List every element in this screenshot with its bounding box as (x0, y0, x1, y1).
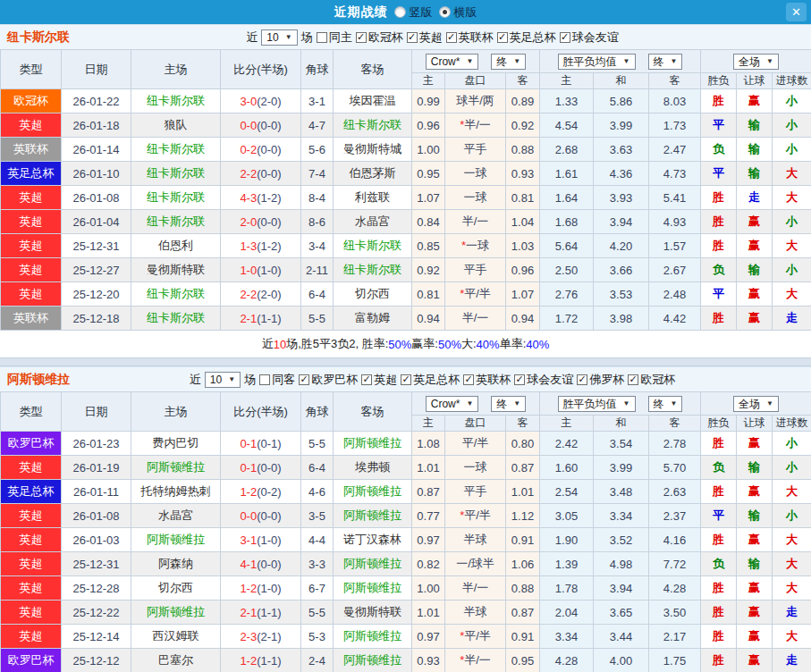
summary-segment: 40% (477, 338, 500, 351)
home-team: 纽卡斯尔联 (131, 282, 221, 307)
league-filter-option[interactable]: ✓英足总杯 (497, 29, 556, 46)
avg-select[interactable]: 胜平负均值▼ (558, 396, 636, 412)
close-button[interactable]: ✕ (786, 3, 807, 21)
handicap: *平/半 (445, 625, 506, 649)
odds-final-select[interactable]: 终▼ (491, 396, 526, 412)
league-filter-checkbox[interactable]: ✓ (577, 374, 587, 385)
same-venue-checkbox[interactable] (259, 374, 270, 385)
league-filter-option[interactable]: ✓欧冠杯 (356, 29, 403, 46)
league-filter-option[interactable]: ✓英超 (361, 372, 397, 388)
summary-segment: 10 (274, 338, 286, 351)
avg-away: 2.67 (649, 258, 701, 282)
league-filter-checkbox[interactable]: ✓ (560, 32, 570, 43)
col-odds-away: 客 (506, 416, 540, 432)
avg-draw: 4.36 (594, 162, 649, 186)
avg-home: 2.76 (540, 282, 594, 307)
col-result-outcome: 胜负 (701, 416, 737, 432)
crow-odds-select[interactable]: Crow*▼ (426, 54, 479, 70)
crow-odds-select[interactable]: Crow*▼ (426, 396, 479, 412)
handicap: 半球 (445, 601, 506, 625)
result-handicap: 输 (737, 552, 773, 576)
half-score: (0-0) (257, 167, 281, 181)
league-filter-checkbox[interactable]: ✓ (299, 374, 309, 385)
odds-final-select[interactable]: 终▼ (491, 54, 526, 70)
league-badge: 英超 (1, 113, 62, 138)
away-team: 纽卡斯尔联 (334, 113, 412, 138)
odds-away: 0.96 (506, 258, 540, 282)
league-filter-checkbox[interactable]: ✓ (407, 32, 418, 43)
result-goals: 走 (773, 601, 811, 625)
league-filter-option[interactable]: ✓英足总杯 (401, 372, 460, 388)
league-filter-option[interactable]: ✓欧罗巴杯 (299, 372, 358, 388)
check-icon: ✓ (363, 374, 371, 384)
half-score: (1-0) (257, 264, 281, 277)
odds-away: 0.93 (506, 162, 540, 186)
league-filter-checkbox[interactable]: ✓ (401, 374, 411, 385)
corner-score: 4-7 (301, 113, 334, 138)
odds-away: 0.80 (506, 432, 540, 456)
league-filter-label: 球会友谊 (527, 372, 573, 388)
corner-score: 2-4 (301, 649, 334, 672)
avg-final-select[interactable]: 终▼ (648, 396, 683, 412)
avg-away: 3.50 (649, 601, 701, 625)
league-filter-option[interactable]: ✓英联杯 (446, 29, 494, 46)
league-filter-option[interactable]: ✓欧冠杯 (628, 372, 675, 388)
handicap: 平手 (445, 480, 506, 504)
avg-home: 5.64 (540, 234, 594, 258)
league-filter-option[interactable]: ✓英联杯 (463, 372, 511, 388)
league-filter-checkbox[interactable]: ✓ (514, 374, 525, 385)
summary-line: 近10场,胜5平3负2, 胜率:50% 赢率:50% 大:40% 单率:40% (0, 331, 811, 357)
league-filter-option[interactable]: ✓佛罗杯 (577, 372, 624, 388)
corner-score: 5-3 (301, 625, 334, 649)
league-badge: 英超 (1, 576, 62, 601)
half-score: (1-1) (257, 312, 281, 325)
full-match-select[interactable]: 全场▼ (733, 54, 779, 70)
league-filter-checkbox[interactable]: ✓ (446, 32, 457, 43)
corner-score: 3-4 (301, 234, 334, 258)
vertical-layout-option[interactable]: 竖版 (394, 4, 433, 21)
radio-unchecked-icon (394, 6, 406, 18)
league-filter-checkbox[interactable]: ✓ (361, 374, 372, 385)
league-filter-checkbox[interactable]: ✓ (497, 32, 508, 43)
summary-segment: 场,胜5平3负2, 胜率: (286, 336, 388, 352)
match-date: 25-12-14 (62, 625, 131, 649)
league-badge: 欧罗巴杯 (1, 649, 62, 672)
avg-away: 2.17 (649, 625, 701, 649)
avg-home: 4.28 (540, 649, 594, 672)
league-filter-option[interactable]: ✓球会友谊 (514, 372, 573, 388)
score-cell: 1-3(1-2) (221, 234, 301, 258)
league-filter-checkbox[interactable]: ✓ (356, 32, 367, 43)
league-badge: 英超 (1, 186, 62, 210)
asterisk-mark: * (461, 239, 466, 252)
league-filter-checkbox[interactable]: ✓ (463, 374, 474, 385)
same-venue-checkbox[interactable] (317, 32, 327, 43)
result-handicap: 输 (737, 504, 773, 528)
match-row: 英超26-01-08水晶宫0-0(0-0)3-5阿斯顿维拉0.77*平/半1.1… (1, 504, 811, 528)
avg-home: 3.05 (540, 504, 594, 528)
result-handicap: 赢 (737, 282, 773, 307)
sections-container: 纽卡斯尔联近10▼场同主✓欧冠杯✓英超✓英联杯✓英足总杯✓球会友谊类型日期主场比… (0, 24, 811, 672)
handicap: 一/球半 (445, 552, 506, 576)
full-match-select-label: 全场 (739, 398, 760, 410)
match-row: 英超25-12-14西汉姆联2-3(2-1)5-3阿斯顿维拉0.97*平/半0.… (1, 625, 811, 649)
avg-away: 5.41 (649, 186, 701, 210)
recent-count-select[interactable]: 10▼ (205, 372, 241, 388)
full-match-select[interactable]: 全场▼ (733, 396, 779, 412)
avg-select[interactable]: 胜平负均值▼ (558, 54, 636, 70)
odds-home: 0.81 (412, 282, 445, 307)
same-venue-option[interactable]: 同主 (317, 29, 352, 46)
same-venue-option[interactable]: 同客 (259, 372, 295, 388)
league-filter-option[interactable]: ✓球会友谊 (560, 29, 619, 46)
full-score: 2-2 (240, 167, 257, 181)
odds-home: 1.01 (412, 456, 445, 480)
result-goals: 大 (773, 162, 811, 186)
avg-final-select[interactable]: 终▼ (648, 54, 683, 70)
col-score: 比分(半场) (221, 50, 301, 89)
recent-count-select[interactable]: 10▼ (261, 29, 297, 46)
league-filter-label: 佛罗杯 (589, 372, 624, 388)
league-filter-checkbox[interactable]: ✓ (628, 374, 638, 385)
home-team: 纽卡斯尔联 (131, 210, 221, 234)
league-filter-label: 英超 (374, 372, 397, 388)
league-filter-option[interactable]: ✓英超 (407, 29, 443, 46)
horizontal-layout-option[interactable]: 横版 (439, 4, 477, 21)
